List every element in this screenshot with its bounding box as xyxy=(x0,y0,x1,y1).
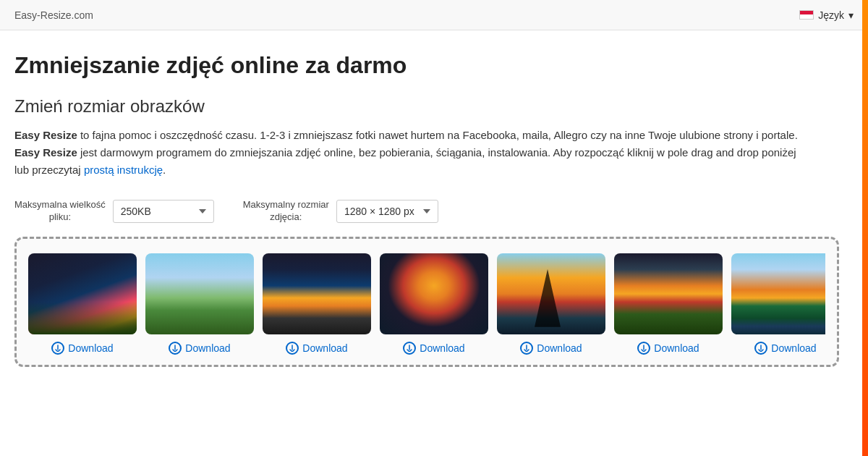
thumbnail-6 xyxy=(614,253,723,334)
list-item: Download xyxy=(380,253,488,358)
flag-icon xyxy=(799,10,814,20)
controls-row: Maksymalna wielkośćpliku: 250KB 100KB 20… xyxy=(14,199,839,224)
thumbnail-1 xyxy=(28,253,137,334)
download-icon-7 xyxy=(754,342,767,355)
download-button-7[interactable]: Download xyxy=(750,339,820,358)
download-label-7: Download xyxy=(771,342,816,354)
download-label-5: Download xyxy=(537,342,582,354)
header: Easy-Resize.com Język ▾ xyxy=(0,0,868,30)
list-item: Download xyxy=(263,253,371,358)
download-label-4: Download xyxy=(420,342,464,354)
download-icon-4 xyxy=(403,342,416,355)
download-button-6[interactable]: Download xyxy=(633,339,703,358)
thumbnail-2 xyxy=(145,253,254,334)
download-button-4[interactable]: Download xyxy=(399,339,469,358)
right-accent-bar xyxy=(862,0,868,381)
download-icon-2 xyxy=(169,342,182,355)
thumbnail-4 xyxy=(380,253,488,334)
list-item: Download xyxy=(614,253,723,358)
brand-name-2: Easy Resize xyxy=(14,146,77,159)
download-label-3: Download xyxy=(302,342,347,354)
file-size-select[interactable]: 250KB 100KB 200KB 500KB 1MB 2MB xyxy=(113,200,214,223)
desc-end: . xyxy=(163,164,166,176)
list-item: Download xyxy=(145,253,254,358)
image-size-control: Maksymalny rozmiarzdjęcia: 1280 × 1280 p… xyxy=(243,199,438,224)
thumbnail-5 xyxy=(497,253,605,334)
site-logo: Easy-Resize.com xyxy=(14,9,93,21)
download-button-1[interactable]: Download xyxy=(47,339,117,358)
download-button-3[interactable]: Download xyxy=(281,339,352,358)
list-item: Download xyxy=(731,253,825,358)
download-label-2: Download xyxy=(185,342,230,354)
download-icon-3 xyxy=(286,342,299,355)
thumbnail-7 xyxy=(731,253,825,334)
download-label-1: Download xyxy=(68,342,113,354)
main-content: Zmniejszanie zdjęć online za darmo Zmień… xyxy=(0,30,854,381)
lang-label: Język xyxy=(818,9,844,21)
desc-part1: to fajna pomoc i oszczędność czasu. 1-2-… xyxy=(77,129,798,141)
chevron-down-icon: ▾ xyxy=(848,9,854,21)
image-size-select[interactable]: 1280 × 1280 px 640 × 640 px 800 × 800 px… xyxy=(336,200,438,223)
thumbnail-3 xyxy=(263,253,371,334)
download-icon-5 xyxy=(520,342,533,355)
drop-zone[interactable]: Download Download xyxy=(14,237,839,367)
download-label-6: Download xyxy=(654,342,699,354)
file-size-label: Maksymalna wielkośćpliku: xyxy=(14,199,106,224)
download-icon-1 xyxy=(51,342,64,355)
list-item: Download xyxy=(28,253,137,358)
language-selector[interactable]: Język ▾ xyxy=(799,9,854,21)
download-icon-6 xyxy=(637,342,650,355)
section-title: Zmień rozmiar obrazków xyxy=(14,96,839,117)
image-size-label: Maksymalny rozmiarzdjęcia: xyxy=(243,199,329,224)
download-button-5[interactable]: Download xyxy=(516,339,586,358)
list-item: Download xyxy=(497,253,605,358)
file-size-control: Maksymalna wielkośćpliku: 250KB 100KB 20… xyxy=(14,199,214,224)
brand-name-1: Easy Resize xyxy=(14,129,77,141)
description-text: Easy Resize to fajna pomoc i oszczędność… xyxy=(14,127,810,179)
download-button-2[interactable]: Download xyxy=(164,339,234,358)
images-grid: Download Download xyxy=(28,253,825,358)
page-title: Zmniejszanie zdjęć online za darmo xyxy=(14,52,839,79)
instruction-link[interactable]: prostą instrukcję xyxy=(84,164,163,176)
